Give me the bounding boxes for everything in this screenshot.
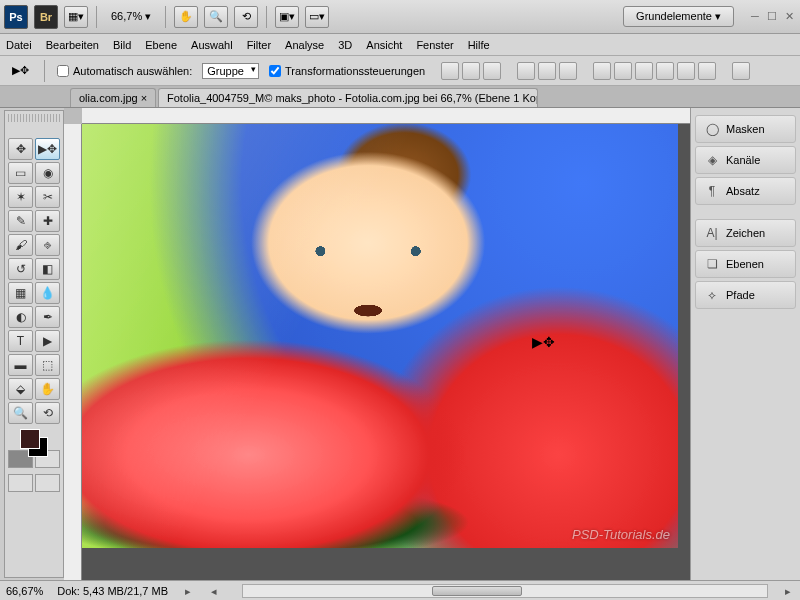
status-menu-arrow[interactable]: ▸ — [182, 585, 194, 597]
brush-tool[interactable]: 🖌 — [8, 234, 33, 256]
tab-active[interactable]: Fotolia_4004759_M© maks_photo - Fotolia.… — [158, 88, 538, 107]
menu-filter[interactable]: Filter — [247, 39, 271, 51]
status-zoom[interactable]: 66,67% — [6, 585, 43, 597]
3d-camera-tool[interactable]: ⬙ — [8, 378, 33, 400]
photoshop-app-icon[interactable]: Ps — [4, 5, 28, 29]
menu-bild[interactable]: Bild — [113, 39, 131, 51]
type-tool[interactable]: T — [8, 330, 33, 352]
options-bar: ▶✥ Automatisch auswählen: Gruppe Transfo… — [0, 56, 800, 86]
crop-tool[interactable]: ✂ — [35, 186, 60, 208]
minimize-button[interactable]: ─ — [748, 10, 762, 24]
rotate-view-shortcut[interactable]: ⟲ — [234, 6, 258, 28]
status-bar: 66,67% Dok: 5,43 MB/21,7 MB ▸ ◂ ▸ — [0, 580, 800, 600]
ruler-horizontal[interactable] — [82, 108, 690, 124]
panels-dock: ◯Masken ◈Kanäle ¶Absatz A|Zeichen ❏Ebene… — [690, 108, 800, 580]
zoom-level[interactable]: 66,7% ▾ — [105, 10, 157, 23]
panel-zeichen[interactable]: A|Zeichen — [695, 219, 796, 247]
eraser-tool[interactable]: ◧ — [35, 258, 60, 280]
move-tool-selected[interactable]: ▶✥ — [35, 138, 60, 160]
zeichen-icon: A| — [704, 226, 720, 240]
auto-select-checkbox[interactable]: Automatisch auswählen: — [57, 65, 192, 77]
panel-kanaele[interactable]: ◈Kanäle — [695, 146, 796, 174]
rotate-tool[interactable]: ⟲ — [35, 402, 60, 424]
blur-tool[interactable]: 💧 — [35, 282, 60, 304]
masken-icon: ◯ — [704, 122, 720, 136]
history-brush-tool[interactable]: ↺ — [8, 258, 33, 280]
pen-tool[interactable]: ✒ — [35, 306, 60, 328]
distribute-h-icon[interactable] — [593, 62, 611, 80]
panel-ebenen[interactable]: ❏Ebenen — [695, 250, 796, 278]
align-right-icon[interactable] — [559, 62, 577, 80]
hand-tool-shortcut[interactable]: ✋ — [174, 6, 198, 28]
horizontal-scrollbar[interactable] — [242, 584, 768, 598]
workspace-switcher[interactable]: Grundelemente ▾ — [623, 6, 734, 27]
menu-ebene[interactable]: Ebene — [145, 39, 177, 51]
screenmode-2[interactable] — [35, 474, 60, 492]
document-image[interactable]: PSD-Tutorials.de — [82, 124, 678, 548]
menu-ansicht[interactable]: Ansicht — [366, 39, 402, 51]
distribute-v-icon[interactable] — [614, 62, 632, 80]
ebenen-icon: ❏ — [704, 257, 720, 271]
zoom-tool[interactable]: 🔍 — [8, 402, 33, 424]
arrange-docs[interactable]: ▣▾ — [275, 6, 299, 28]
align-top-icon[interactable] — [441, 62, 459, 80]
tools-panel: ✥ ▶✥ ▭ ◉ ✶ ✂ ✎ ✚ 🖌 ⎆ ↺ ◧ ▦ 💧 ◐ ✒ T ▶ ▬ ⬚… — [4, 110, 64, 578]
close-button[interactable]: ✕ — [782, 10, 796, 24]
lasso-tool[interactable]: ◉ — [35, 162, 60, 184]
auto-align-icon[interactable] — [732, 62, 750, 80]
screenmode-1[interactable] — [8, 474, 33, 492]
path-select-tool[interactable]: ▶ — [35, 330, 60, 352]
layout-dropdown[interactable]: ▦▾ — [64, 6, 88, 28]
align-vcenter-icon[interactable] — [462, 62, 480, 80]
document-tabs: olia.com.jpg × Fotolia_4004759_M© maks_p… — [0, 86, 800, 108]
panel-masken[interactable]: ◯Masken — [695, 115, 796, 143]
panel-absatz[interactable]: ¶Absatz — [695, 177, 796, 205]
maximize-button[interactable]: ☐ — [765, 10, 779, 24]
healing-tool[interactable]: ✚ — [35, 210, 60, 232]
menu-analyse[interactable]: Analyse — [285, 39, 324, 51]
menu-fenster[interactable]: Fenster — [416, 39, 453, 51]
quick-select-tool[interactable]: ✶ — [8, 186, 33, 208]
screen-mode[interactable]: ▭▾ — [305, 6, 329, 28]
menu-3d[interactable]: 3D — [338, 39, 352, 51]
ruler-vertical[interactable] — [64, 124, 82, 580]
align-bottom-icon[interactable] — [483, 62, 501, 80]
hand-tool[interactable]: ✋ — [35, 378, 60, 400]
eyedropper-tool[interactable]: ✎ — [8, 210, 33, 232]
menu-bar: Datei Bearbeiten Bild Ebene Auswahl Filt… — [0, 34, 800, 56]
foreground-color[interactable] — [20, 429, 40, 449]
status-doc[interactable]: Dok: 5,43 MB/21,7 MB — [57, 585, 168, 597]
bridge-icon[interactable]: Br — [34, 5, 58, 29]
scroll-left-arrow[interactable]: ◂ — [208, 585, 220, 597]
menu-auswahl[interactable]: Auswahl — [191, 39, 233, 51]
scroll-right-arrow[interactable]: ▸ — [782, 585, 794, 597]
current-tool-icon[interactable]: ▶✥ — [8, 61, 32, 81]
pfade-icon: ⟡ — [704, 288, 720, 302]
marquee-tool[interactable]: ▭ — [8, 162, 33, 184]
shape-tool[interactable]: ▬ — [8, 354, 33, 376]
menu-datei[interactable]: Datei — [6, 39, 32, 51]
menu-bearbeiten[interactable]: Bearbeiten — [46, 39, 99, 51]
kanaele-icon: ◈ — [704, 153, 720, 167]
distribute-5-icon[interactable] — [677, 62, 695, 80]
panel-pfade[interactable]: ⟡Pfade — [695, 281, 796, 309]
move-tool[interactable]: ✥ — [8, 138, 33, 160]
3d-tool[interactable]: ⬚ — [35, 354, 60, 376]
align-left-icon[interactable] — [517, 62, 535, 80]
canvas-area: PSD-Tutorials.de ▶✥ — [64, 108, 690, 580]
distribute-3-icon[interactable] — [635, 62, 653, 80]
gradient-tool[interactable]: ▦ — [8, 282, 33, 304]
auto-select-mode[interactable]: Gruppe — [202, 63, 259, 79]
tab-inactive[interactable]: olia.com.jpg × — [70, 88, 156, 107]
scrollbar-thumb[interactable] — [432, 586, 522, 596]
watermark: PSD-Tutorials.de — [572, 527, 670, 542]
align-hcenter-icon[interactable] — [538, 62, 556, 80]
distribute-6-icon[interactable] — [698, 62, 716, 80]
zoom-tool-shortcut[interactable]: 🔍 — [204, 6, 228, 28]
canvas[interactable]: PSD-Tutorials.de ▶✥ — [82, 124, 690, 580]
transform-controls-checkbox[interactable]: Transformationssteuerungen — [269, 65, 425, 77]
dodge-tool[interactable]: ◐ — [8, 306, 33, 328]
stamp-tool[interactable]: ⎆ — [35, 234, 60, 256]
distribute-4-icon[interactable] — [656, 62, 674, 80]
menu-hilfe[interactable]: Hilfe — [468, 39, 490, 51]
